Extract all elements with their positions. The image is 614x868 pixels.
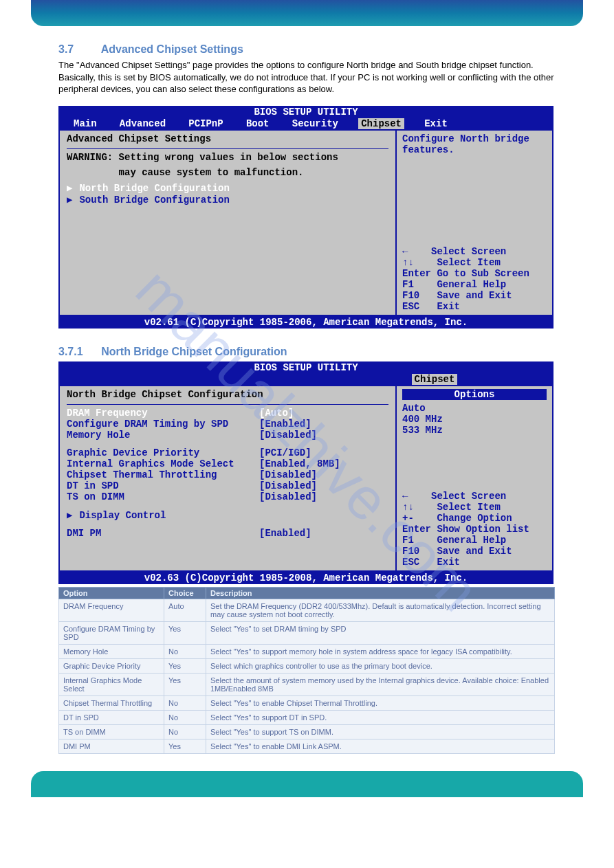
bios-menu-entry: ▶ North Bridge Configuration xyxy=(67,182,388,194)
bios-options-title: Options xyxy=(402,389,547,400)
bios-title: BIOS SETUP UTILITY xyxy=(58,106,553,118)
bios-panel-title: North Bridge Chipset Configuration xyxy=(67,389,388,405)
bios-nav-help: ← Select Screen↑↓ Select ItemEnter Go to… xyxy=(402,246,547,312)
bios-setting-row: Chipset Thermal Throttling[Disabled] xyxy=(67,469,388,480)
bios-setting-row: DRAM Frequency[Auto] xyxy=(67,408,388,419)
table-header: Choice xyxy=(164,587,206,599)
bios-screenshot-2: BIOS SETUP UTILITY Chipset North Bridge … xyxy=(58,361,553,584)
bios-menu-item: Chipset xyxy=(358,118,404,129)
bios-setting-row: Configure DRAM Timing by SPD[Enabled] xyxy=(67,419,388,430)
table-row: Graphic Device PriorityYesSelect which g… xyxy=(59,658,555,673)
table-row: Chipset Thermal ThrottlingNoSelect "Yes"… xyxy=(59,695,555,710)
top-banner xyxy=(31,0,583,26)
bios-setting-row: Internal Graphics Mode Select[Enabled, 8… xyxy=(67,458,388,469)
table-row: Memory HoleNoSelect "Yes" to support mem… xyxy=(59,644,555,658)
bios-menu-item: Exit xyxy=(421,118,450,129)
bios-menu-item: Boot xyxy=(243,118,272,129)
bios-setting-row: Graphic Device Priority[PCI/IGD] xyxy=(67,447,388,458)
bios-help-text: Configure North bridge features. xyxy=(402,133,547,155)
bios-setting-row: Memory Hole[Disabled] xyxy=(67,430,388,441)
bios-menu-item: Advanced xyxy=(117,118,168,129)
settings-table: OptionChoiceDescription DRAM FrequencyAu… xyxy=(58,587,555,754)
bios-warning-line1: WARNING: Setting wrong values in below s… xyxy=(67,152,388,163)
table-row: DRAM FrequencyAutoSet the DRAM Frequency… xyxy=(59,599,555,621)
bios-setting-row: DT in SPD[Disabled] xyxy=(67,480,388,491)
bios-menu-entry: ▶ South Bridge Configuration xyxy=(67,194,388,205)
bios-title: BIOS SETUP UTILITY xyxy=(58,361,553,374)
bios-footer: v02.61 (C)Copyright 1985-2006, American … xyxy=(58,316,553,329)
bios-warning-line2: may cause system to malfunction. xyxy=(67,167,388,178)
table-header: Option xyxy=(59,587,164,599)
bios-setting-row: TS on DIMM[Disabled] xyxy=(67,491,388,502)
intro-paragraph: The "Advanced Chipset Settings" page pro… xyxy=(58,59,556,96)
table-row: TS on DIMMNoSelect "Yes" to support TS o… xyxy=(59,724,555,739)
bios-menu-item: PCIPnP xyxy=(186,118,226,129)
table-row: DMI PMYesSelect "Yes" to enable DMI Link… xyxy=(59,739,555,753)
table-header: Description xyxy=(206,587,555,599)
bios-footer: v02.63 (C)Copyright 1985-2008, American … xyxy=(58,572,553,584)
bios-menu: Main Advanced PCIPnP Boot Security Chips… xyxy=(58,118,553,129)
bios-panel-title: Advanced Chipset Settings xyxy=(67,133,388,149)
bios-menu: Chipset xyxy=(58,374,553,385)
bottom-banner xyxy=(31,771,583,797)
bios-submenu-item: ▶ Display Control xyxy=(67,509,388,521)
section-heading-2: 3.7.1 North Bridge Chipset Configuration xyxy=(58,346,614,358)
table-row: Internal Graphics Mode SelectYesSelect t… xyxy=(59,673,555,695)
bios-menu-item: Security xyxy=(289,118,341,129)
section-heading-1: 3.7 Advanced Chipset Settings xyxy=(58,43,614,56)
bios-menu-item: Main xyxy=(71,118,100,129)
bios-nav-help: ← Select Screen↑↓ Select Item+- Change O… xyxy=(402,491,547,568)
table-row: DT in SPDNoSelect "Yes" to support DT in… xyxy=(59,710,555,724)
table-row: Configure DRAM Timing by SPDYesSelect "Y… xyxy=(59,621,555,644)
bios-setting-row: DMI PM[Enabled] xyxy=(67,528,388,539)
bios-screenshot-1: BIOS SETUP UTILITY Main Advanced PCIPnP … xyxy=(58,106,553,329)
